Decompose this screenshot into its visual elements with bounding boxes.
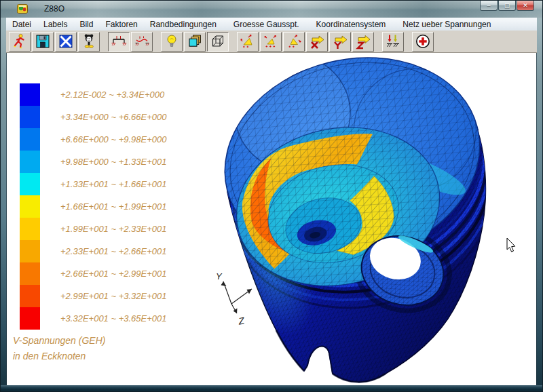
translate-x-button[interactable] (306, 32, 328, 52)
legend-row: +2.33E+001 ~ +2.66E+001 (20, 240, 167, 262)
rotate-triangle-icon (286, 33, 302, 50)
legend-entries: +2.12E-002 ~ +3.34E+000+3.34E+000 ~ +6.6… (20, 83, 167, 330)
surfaces-button[interactable] (184, 32, 206, 52)
legend-range-label: +6.66E+000 ~ +9.98E+000 (60, 134, 167, 144)
loads-arrows-icon (385, 33, 401, 50)
legend-range-label: +1.33E+001 ~ +1.66E+001 (60, 179, 167, 189)
stress-legend: +2.12E-002 ~ +3.34E+000+3.34E+000 ~ +6.6… (20, 83, 167, 330)
legend-range-label: +1.66E+001 ~ +1.99E+001 (60, 201, 167, 212)
center-view-button[interactable] (412, 32, 434, 52)
deformed-structure-button[interactable] (131, 32, 153, 52)
undeformed-structure-button[interactable] (108, 32, 130, 52)
window-border-bottom (1, 385, 542, 391)
legend-color-swatch (20, 240, 40, 262)
translate-z-icon (355, 33, 371, 50)
legend-title: V-Spannungen (GEH) (13, 333, 105, 349)
translate-z-button[interactable] (352, 32, 374, 52)
show-loads-button[interactable] (382, 32, 404, 52)
title-bar[interactable] (1, 1, 542, 18)
legend-row: +9.98E+000 ~ +1.33E+001 (20, 151, 167, 173)
close-button[interactable]: ✕ (517, 1, 534, 11)
menu-item-bild[interactable]: Bild (73, 19, 99, 30)
translate-y-icon (332, 33, 348, 50)
window-border-right (536, 1, 542, 391)
deformed-structure-icon (134, 33, 150, 50)
toolbar-separator (229, 32, 236, 52)
legend-range-label: +3.32E+001 ~ +3.65E+001 (60, 313, 167, 324)
menu-item-netz-ueber-spannungen[interactable]: Netz ueber Spannungen (396, 19, 497, 30)
menu-item-koordinatensystem[interactable]: Koordinatensystem (310, 19, 392, 30)
legend-row: +2.12E-002 ~ +3.34E+000 (20, 83, 167, 106)
save-button[interactable] (32, 32, 54, 52)
menu-item-datei[interactable]: Datei (6, 19, 37, 30)
rotate-view-button-1[interactable] (237, 32, 259, 52)
translate-y-button[interactable] (329, 32, 351, 52)
legend-row: +1.66E+001 ~ +1.99E+001 (20, 195, 167, 218)
legend-range-label: +9.98E+000 ~ +1.33E+001 (60, 157, 167, 167)
toolbar-separator (100, 32, 107, 52)
legend-row: +2.99E+001 ~ +3.32E+001 (20, 285, 167, 307)
menu-bar: Datei Labels Bild Faktoren Randbedingung… (6, 18, 537, 31)
rotate-triangle-icon (263, 33, 279, 50)
piston-model (199, 53, 516, 382)
legend-range-label: +1.99E+001 ~ +2.33E+001 (60, 224, 167, 234)
floppy-save-icon (35, 33, 51, 50)
legend-range-label: +2.99E+001 ~ +3.32E+001 (60, 291, 167, 301)
toolbar-separator (153, 32, 160, 52)
toolbar-separator (375, 32, 381, 52)
legend-row: +1.33E+001 ~ +1.66E+001 (20, 173, 167, 195)
graphics-canvas[interactable]: Y Z +2.12E-002 ~ +3.34E+000+3.34E+000 ~ … (6, 53, 537, 385)
menu-item-groesse-gausspt[interactable]: Groesse Gausspt. (227, 19, 305, 30)
menu-item-randbedingungen[interactable]: Randbedingungen (144, 19, 223, 30)
rotate-view-button-2[interactable] (260, 32, 282, 52)
legend-row: +6.66E+000 ~ +9.98E+000 (20, 128, 167, 151)
run-exit-button[interactable] (9, 32, 31, 52)
maximize-button[interactable]: ▢ (498, 1, 516, 11)
light-button[interactable] (161, 32, 183, 52)
legend-range-label: +2.12E-002 ~ +3.34E+000 (60, 90, 164, 100)
legend-color-swatch (20, 307, 40, 330)
legend-color-swatch (20, 106, 40, 128)
legend-row: +3.34E+000 ~ +6.66E+000 (20, 106, 167, 128)
close-view-button[interactable] (55, 32, 77, 52)
toolbar (6, 31, 537, 53)
legend-row: +3.32E+001 ~ +3.65E+001 (20, 307, 167, 330)
menu-item-labels[interactable]: Labels (37, 19, 73, 30)
window-border-left (1, 1, 7, 391)
legend-color-swatch (20, 262, 40, 285)
wireframe-cube-icon (210, 33, 226, 50)
app-icon (17, 3, 28, 14)
z88-mascot-icon (81, 33, 97, 50)
legend-color-swatch (20, 218, 40, 240)
legend-color-swatch (20, 83, 40, 106)
legend-subtitle: in den Eckknoten (13, 349, 105, 364)
window-title: Z88O (44, 4, 64, 14)
axis-label-y: Y (216, 271, 223, 281)
stacked-surfaces-icon (187, 33, 203, 50)
run-man-icon (12, 33, 28, 50)
legend-color-swatch (20, 285, 40, 307)
light-bulb-icon (164, 33, 180, 50)
rotate-triangle-icon (240, 33, 256, 50)
rotate-view-button-3[interactable] (283, 32, 305, 52)
legend-color-swatch (20, 173, 40, 195)
legend-row: +2.66E+001 ~ +2.99E+001 (20, 262, 167, 285)
undeformed-structure-icon (111, 33, 127, 50)
application-window: Z88O – ▢ ✕ Datei Labels Bild Faktoren Ra… (0, 0, 543, 392)
wireframe-button[interactable] (207, 32, 229, 52)
minimize-button[interactable]: – (480, 1, 498, 11)
legend-color-swatch (20, 151, 40, 173)
axis-label-z: Z (237, 315, 246, 326)
legend-range-label: +3.34E+000 ~ +6.66E+000 (60, 112, 167, 122)
legend-color-swatch (20, 128, 40, 151)
legend-footer: V-Spannungen (GEH) in den Eckknoten (13, 333, 105, 364)
translate-x-icon (309, 33, 325, 50)
about-mascot-button[interactable] (78, 32, 100, 52)
legend-color-swatch (20, 195, 40, 218)
toolbar-separator (405, 32, 411, 52)
menu-item-faktoren[interactable]: Faktoren (99, 19, 143, 30)
crosshair-plus-icon (415, 33, 431, 50)
legend-range-label: +2.66E+001 ~ +2.99E+001 (60, 269, 167, 279)
axis-triad: Y Z (216, 271, 252, 327)
mouse-cursor (507, 238, 515, 252)
